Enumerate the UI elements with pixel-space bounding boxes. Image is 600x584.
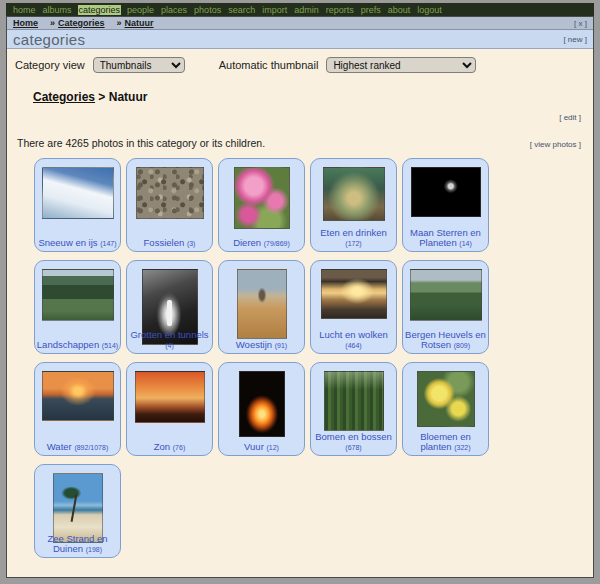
category-name: Bergen Heuvels en Rotsen — [405, 329, 486, 351]
category-card[interactable]: Water (892/1078) — [34, 362, 121, 456]
menu-item-logout[interactable]: logout — [416, 5, 443, 15]
category-card[interactable]: Bomen en bossen (678) — [310, 362, 397, 456]
breadcrumb-close-link[interactable]: [ x ] — [574, 19, 587, 28]
menu-item-admin[interactable]: admin — [293, 5, 320, 15]
category-card[interactable]: Grotten en tunnels (4) — [126, 260, 213, 354]
view-photos-link[interactable]: [ view photos ] — [530, 140, 585, 149]
breadcrumb: Home»Categories»Natuur [ x ] — [7, 17, 593, 30]
category-thumbnail[interactable] — [42, 269, 114, 321]
auto-thumbnail-label: Automatic thumbnail — [219, 59, 319, 71]
heading-separator: > — [95, 90, 109, 104]
category-card[interactable]: Zon (76) — [126, 362, 213, 456]
category-thumbnail[interactable] — [42, 371, 114, 421]
category-label[interactable]: Landschappen (514) — [36, 340, 119, 351]
category-photo-count: (147) — [100, 240, 116, 247]
category-label[interactable]: Fossielen (3) — [128, 238, 211, 249]
category-thumbnail[interactable] — [324, 371, 384, 431]
category-thumbnail[interactable] — [417, 371, 475, 427]
category-label[interactable]: Sneeuw en ijs (147) — [36, 238, 119, 249]
menu-item-search[interactable]: search — [227, 5, 256, 15]
category-photo-count: (322) — [454, 444, 470, 451]
category-label[interactable]: Woestijn (91) — [220, 340, 303, 351]
category-thumbnail[interactable] — [321, 269, 387, 319]
category-thumbnail[interactable] — [135, 371, 205, 423]
category-card[interactable]: Landschappen (514) — [34, 260, 121, 354]
edit-link[interactable]: [ edit ] — [559, 113, 581, 122]
category-card[interactable]: Fossielen (3) — [126, 158, 213, 252]
category-card[interactable]: Woestijn (91) — [218, 260, 305, 354]
category-name: Fossielen — [144, 237, 187, 248]
category-name: Vuur — [244, 441, 266, 452]
category-thumbnail[interactable] — [136, 167, 204, 219]
category-view-select[interactable]: Thumbnails — [93, 57, 185, 73]
category-name: Woestijn — [236, 339, 275, 350]
category-card[interactable]: Zee Strand en Duinen (198) — [34, 464, 121, 558]
category-name: Grotten en tunnels — [130, 329, 208, 340]
category-thumbnail[interactable] — [239, 371, 285, 437]
view-controls: Category view Thumbnails Automatic thumb… — [15, 57, 585, 73]
breadcrumb-link-categories[interactable]: Categories — [58, 18, 105, 28]
app-window: Home»Categories»Natuur [ x ] categories … — [6, 16, 594, 578]
category-photo-count: (79/869) — [264, 240, 290, 247]
category-thumbnail[interactable] — [323, 167, 385, 221]
category-label[interactable]: Bloemen en planten (322) — [404, 432, 487, 453]
menu-item-albums[interactable]: albums — [42, 5, 73, 15]
main-menu: homealbumscategoriespeopleplacesphotosse… — [6, 3, 594, 16]
menu-item-places[interactable]: places — [160, 5, 188, 15]
category-card[interactable]: Eten en drinken (172) — [310, 158, 397, 252]
category-photo-count: (198) — [86, 546, 102, 553]
category-name: Bomen en bossen — [315, 431, 392, 442]
category-label[interactable]: Grotten en tunnels (4) — [128, 330, 211, 351]
category-card[interactable]: Bloemen en planten (322) — [402, 362, 489, 456]
category-name: Dieren — [233, 237, 264, 248]
category-label[interactable]: Vuur (12) — [220, 442, 303, 453]
category-label[interactable]: Bomen en bossen (678) — [312, 432, 395, 453]
main-content: Category view Thumbnails Automatic thumb… — [7, 49, 593, 577]
menu-item-home[interactable]: home — [12, 5, 37, 15]
category-thumbnail[interactable] — [42, 167, 114, 219]
category-label[interactable]: Dieren (79/869) — [220, 238, 303, 249]
menu-item-import[interactable]: import — [261, 5, 288, 15]
category-label[interactable]: Lucht en wolken (464) — [312, 330, 395, 351]
category-card[interactable]: Lucht en wolken (464) — [310, 260, 397, 354]
category-photo-count: (4) — [165, 342, 174, 349]
breadcrumb-link-home[interactable]: Home — [13, 18, 38, 28]
category-view-label: Category view — [15, 59, 85, 71]
category-card[interactable]: Vuur (12) — [218, 362, 305, 456]
category-photo-count: (12) — [266, 444, 278, 451]
category-name: Lucht en wolken — [319, 329, 388, 340]
auto-thumbnail-select[interactable]: Highest ranked — [326, 57, 476, 73]
category-card[interactable]: Maan Sterren en Planeten (14) — [402, 158, 489, 252]
category-label[interactable]: Zon (76) — [128, 442, 211, 453]
breadcrumb-separator: » — [117, 18, 122, 28]
category-card[interactable]: Dieren (79/869) — [218, 158, 305, 252]
category-label[interactable]: Zee Strand en Duinen (198) — [36, 534, 119, 555]
category-photo-count: (3) — [187, 240, 196, 247]
category-label[interactable]: Bergen Heuvels en Rotsen (809) — [404, 330, 487, 351]
menu-item-people[interactable]: people — [126, 5, 155, 15]
menu-item-prefs[interactable]: prefs — [360, 5, 382, 15]
category-thumbnail[interactable] — [410, 269, 482, 321]
category-photo-count: (678) — [345, 444, 361, 451]
breadcrumb-link-natuur[interactable]: Natuur — [125, 18, 154, 28]
category-name: Zon — [154, 441, 173, 452]
category-label[interactable]: Maan Sterren en Planeten (14) — [404, 228, 487, 249]
parent-category-link[interactable]: Categories — [33, 90, 95, 104]
breadcrumb-separator: » — [50, 18, 55, 28]
category-photo-count: (14) — [459, 240, 471, 247]
category-card[interactable]: Bergen Heuvels en Rotsen (809) — [402, 260, 489, 354]
category-thumbnail[interactable] — [234, 167, 290, 229]
menu-item-about[interactable]: about — [387, 5, 412, 15]
category-label[interactable]: Water (892/1078) — [36, 442, 119, 453]
menu-item-categories[interactable]: categories — [78, 5, 122, 15]
menu-item-photos[interactable]: photos — [193, 5, 222, 15]
menu-item-reports[interactable]: reports — [325, 5, 355, 15]
category-thumbnail[interactable] — [237, 269, 287, 339]
title-bar: categories [ new ] — [7, 30, 593, 49]
category-label[interactable]: Eten en drinken (172) — [312, 228, 395, 249]
category-grid: Sneeuw en ijs (147)Fossielen (3)Dieren (… — [34, 158, 496, 558]
new-category-link[interactable]: [ new ] — [563, 35, 587, 44]
category-thumbnail[interactable] — [411, 167, 481, 217]
category-card[interactable]: Sneeuw en ijs (147) — [34, 158, 121, 252]
category-photo-count: (91) — [275, 342, 287, 349]
